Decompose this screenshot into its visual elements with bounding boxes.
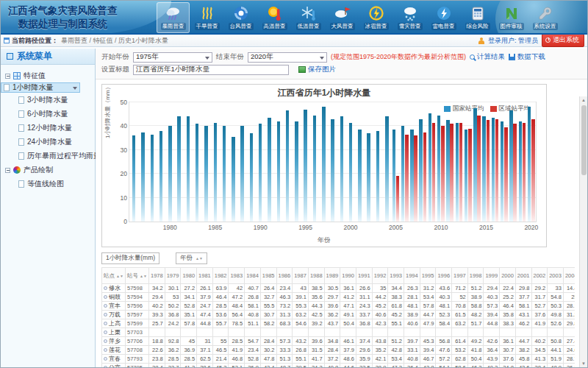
vertical-scrollbar[interactable]: ▲ ▼ (579, 96, 587, 367)
bar-regional-2008 (423, 132, 427, 222)
data-cell: 33 (548, 284, 564, 293)
chart-x-axis-label: 年份 (318, 236, 331, 245)
breadcrumb-prefix: 当前路径位置： (12, 36, 58, 46)
toolbar-item-lightning[interactable]: 雷电普查 (427, 2, 460, 33)
toolbar-item-label: 雪灾普查 (398, 23, 423, 30)
data-cell: 36.8 (356, 319, 372, 328)
data-cell: 37.6 (500, 355, 516, 364)
tree-toggle-icon[interactable] (5, 168, 10, 173)
data-cell: 31.2 (563, 311, 575, 319)
column-field-box[interactable]: 年份 ▲▼ (176, 252, 207, 264)
toolbar-item-review[interactable]: 图件审核 (495, 2, 528, 33)
data-cell: 35.2 (372, 346, 388, 355)
data-cell: 46.5 (212, 346, 229, 355)
toolbar-item-settings[interactable]: 系统设置 (528, 2, 562, 33)
table-row-修水[interactable]: 修水5759834.230.127.226.163.94240.726.423.… (102, 284, 576, 293)
toolbar-item-lowtemp[interactable]: 低温普查 (292, 2, 325, 33)
table-row-上栗[interactable]: 上栗57703 (102, 328, 576, 337)
data-cell: 37.7 (515, 293, 531, 302)
tree-item-24小时降水量[interactable]: 24小时降水量 (1, 135, 95, 149)
value-field-box[interactable]: 1小时降水量(mm) (101, 252, 159, 264)
save-image-button[interactable]: 保存图片 (298, 65, 336, 74)
data-cell: 63.9 (212, 284, 229, 293)
data-cell: 53.4 (388, 355, 404, 364)
table-row-铜鼓[interactable]: 铜鼓5759429.45334.137.946.447.226.832.746.… (102, 293, 576, 302)
v-scroll-thumb[interactable] (581, 105, 587, 175)
data-cell: 43.6 (436, 284, 452, 293)
data-cell: 31.1 (356, 293, 372, 302)
chart-title: 江西省历年1小时降水量 (102, 85, 546, 99)
tree-item-1小时降水量[interactable]: 1小时降水量 (1, 82, 80, 93)
tree-item-6小时降水量[interactable]: 6小时降水量 (1, 107, 95, 121)
bar-regional-2009 (432, 123, 436, 222)
tree-group-label: 特征值 (24, 71, 46, 81)
table-row-上高[interactable]: 上高5759925.724.257.844.855.778.551.158.26… (102, 319, 576, 328)
data-cell: 68.3 (276, 319, 293, 328)
tree-group-产品绘制[interactable]: 产品绘制 (1, 163, 95, 177)
toolbar-item-label: 图件审核 (499, 23, 524, 30)
bar-national-2016 (492, 118, 495, 222)
toolbar-item-risk[interactable]: 综合风险 (461, 2, 494, 33)
table-row-宜春[interactable]: 宜春5779323.828.528.562.521.446.852.847.85… (102, 355, 576, 364)
tree-item-历年暴雨过程平均雨量[interactable]: 历年暴雨过程平均雨量 (1, 149, 95, 163)
tree-item-3小时降水量[interactable]: 3小时降水量 (1, 93, 95, 107)
bar-regional-2019 (523, 123, 526, 222)
year-column-2000: 2000 (500, 268, 516, 284)
toolbar-item-hightemp[interactable]: 高温普查 (258, 2, 291, 33)
status-bar: 当前路径位置： 暴雨普查 / 特征值 / 历史1小时降水量 登录用户: 管理员 … (1, 35, 587, 47)
data-cell: 57.2 (436, 355, 452, 364)
year-column-1981: 1981 (197, 268, 213, 284)
data-cell: 40.6 (404, 319, 420, 328)
column-header-站点[interactable]: 站点 ▲▼ (102, 268, 126, 284)
tree-toggle-icon[interactable] (5, 74, 10, 79)
data-cell: 41.3 (531, 355, 548, 364)
tree-group-特征值[interactable]: 特征值 (1, 68, 95, 82)
column-header-站号[interactable]: 站号 ▲▼ (126, 268, 149, 284)
data-cell: 28.5 (229, 337, 245, 346)
logout-button[interactable]: 退出系统 (542, 34, 584, 47)
data-cell: 30.1 (165, 284, 181, 293)
chart-title-label: 设置标题 (101, 65, 129, 74)
bar-national-2011 (446, 120, 450, 222)
scroll-up-arrow[interactable]: ▲ (580, 96, 587, 104)
toolbar-item-typhoon[interactable]: 台风普查 (224, 2, 257, 33)
table-filters: 1小时降水量(mm) 年份 ▲▼ (101, 252, 575, 264)
table-row-分宜[interactable]: 分宜5779528.433.741.238.645.352.136.942.44… (102, 364, 576, 368)
data-cell: 50.2 (165, 302, 181, 311)
table-row-莲花[interactable]: 莲花5770822.636.236.937.146.541.923.430.23… (102, 346, 576, 355)
calc-button[interactable]: 计算结果 (470, 52, 505, 62)
table-row-万载[interactable]: 万载5759739.336.835.147.453.656.440.830.73… (102, 311, 576, 319)
data-cell: 70.8 (452, 302, 468, 311)
station-name: 莲花 (102, 346, 126, 355)
toolbar-item-drought[interactable]: 干旱普查 (190, 2, 223, 33)
end-year-select[interactable]: 2020年 (248, 52, 327, 63)
data-cell (149, 328, 165, 337)
table-row-萍乡[interactable]: 萍乡5770618.892.845315528.554.728.457.343.… (102, 337, 576, 346)
scroll-down-arrow[interactable]: ▼ (580, 360, 587, 367)
tree-item-12小时降水量[interactable]: 12小时降水量 (1, 121, 95, 135)
toolbar-item-label: 台风普查 (229, 23, 254, 30)
toolbar-item-hail[interactable]: 冰雹普查 (359, 2, 392, 33)
start-year-select[interactable]: 1975年 (133, 52, 212, 63)
data-cell: 42.3 (372, 319, 388, 328)
gale-icon (334, 4, 351, 22)
x-tick-label: 2000 (344, 224, 358, 231)
data-cell: 40.7 (245, 284, 261, 293)
data-cell: 44.6 (340, 364, 356, 368)
year-column-1983: 1983 (229, 268, 245, 284)
tree-item-等值线绘图[interactable]: 等值线绘图 (1, 177, 95, 191)
tree-group-label: 产品绘制 (24, 165, 53, 175)
bar-national-1979 (159, 131, 163, 222)
data-cell: 25.2 (500, 293, 516, 302)
download-button[interactable]: 数据下载 (509, 52, 545, 62)
data-cell: 43.7 (324, 319, 340, 328)
data-cell: 43.8 (372, 337, 388, 346)
toolbar-item-gale[interactable]: 大风普查 (326, 2, 359, 33)
table-row-宜丰[interactable]: 宜丰5759640.250.252.824.728.548.458.155.57… (102, 302, 576, 311)
data-cell: 33.3 (276, 346, 293, 355)
chart-title-input[interactable]: 江西省历年1小时降水量 (133, 65, 289, 75)
toolbar-item-rainstorm[interactable]: 暴雨普查 (157, 2, 190, 33)
app-title: 江西省气象灾害风险普查 数据处理与制图系统 (8, 4, 118, 31)
data-cell: 39.7 (404, 337, 420, 346)
toolbar-item-snow[interactable]: 雪灾普查 (393, 2, 426, 33)
